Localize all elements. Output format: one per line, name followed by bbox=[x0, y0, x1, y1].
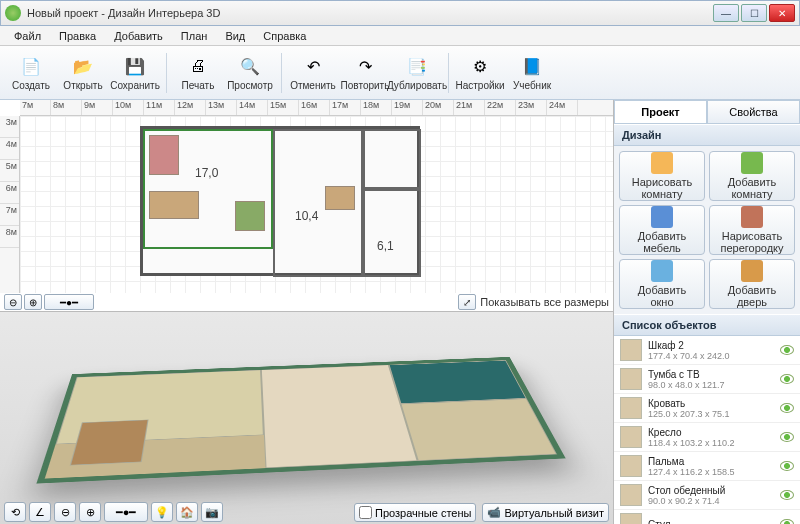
открыть-icon: 📂 bbox=[71, 54, 95, 78]
visibility-icon[interactable] bbox=[780, 490, 794, 500]
visibility-icon[interactable] bbox=[780, 374, 794, 384]
object-row[interactable]: Кровать125.0 x 207.3 x 75.1 bbox=[614, 394, 800, 423]
toolbar-label: Печать bbox=[182, 80, 215, 91]
menu-файл[interactable]: Файл bbox=[6, 28, 49, 44]
floorplan-outline[interactable]: 17,0 10,4 6,1 bbox=[140, 126, 420, 276]
transparent-walls-toggle[interactable]: Прозрачные стены bbox=[354, 503, 476, 522]
toolbar-separator bbox=[166, 53, 167, 93]
home-button[interactable]: 🏠 bbox=[176, 502, 198, 522]
design-button-5[interactable]: Добавить дверь bbox=[709, 259, 795, 309]
toolbar-label: Повторить bbox=[341, 80, 390, 91]
visibility-icon[interactable] bbox=[780, 432, 794, 442]
zoom-in-button[interactable]: ⊕ bbox=[24, 294, 42, 310]
zoom-slider[interactable]: ━●━ bbox=[44, 294, 94, 310]
toolbar-открыть-button[interactable]: 📂Открыть bbox=[58, 49, 108, 97]
object-name: Пальма bbox=[648, 456, 774, 467]
design-button-label: Нарисовать комнату bbox=[632, 176, 692, 200]
toolbar-label: Открыть bbox=[63, 80, 102, 91]
object-dims: 98.0 x 48.0 x 121.7 bbox=[648, 380, 774, 390]
maximize-button[interactable]: ☐ bbox=[741, 4, 767, 22]
show-sizes-label: Показывать все размеры bbox=[480, 296, 609, 308]
design-button-4[interactable]: Добавить окно bbox=[619, 259, 705, 309]
canvas-2d[interactable]: 17,0 10,4 6,1 bbox=[20, 116, 613, 293]
menu-добавить[interactable]: Добавить bbox=[106, 28, 171, 44]
room-1[interactable]: 17,0 bbox=[143, 129, 273, 249]
toolbar-отменить-button[interactable]: ↶Отменить bbox=[288, 49, 338, 97]
model-3d[interactable] bbox=[36, 357, 565, 484]
menu-правка[interactable]: Правка bbox=[51, 28, 104, 44]
window-title: Новый проект - Дизайн Интерьера 3D bbox=[27, 7, 713, 19]
object-row[interactable]: Стол обеденный90.0 x 90.2 x 71.4 bbox=[614, 481, 800, 510]
transparent-walls-label: Прозрачные стены bbox=[375, 507, 471, 519]
object-row[interactable]: Пальма127.4 x 116.2 x 158.5 bbox=[614, 452, 800, 481]
zoom-controls-2d: ⊖ ⊕ ━●━ bbox=[0, 293, 98, 311]
dimensions-icon: ⤢ bbox=[458, 294, 476, 310]
furniture[interactable] bbox=[325, 186, 355, 210]
zoom-in-3d-button[interactable]: ⊕ bbox=[79, 502, 101, 522]
toolbar-label: Дублировать bbox=[387, 80, 447, 91]
room-3[interactable]: 6,1 bbox=[363, 189, 421, 277]
toolbar-учебник-button[interactable]: 📘Учебник bbox=[507, 49, 557, 97]
toolbar-дублировать-button[interactable]: 📑Дублировать bbox=[392, 49, 442, 97]
design-button-label: Нарисовать перегородку bbox=[720, 230, 783, 254]
menu-справка[interactable]: Справка bbox=[255, 28, 314, 44]
furniture[interactable] bbox=[235, 201, 265, 231]
object-row[interactable]: Тумба с ТВ98.0 x 48.0 x 121.7 bbox=[614, 365, 800, 394]
zoom-out-button[interactable]: ⊖ bbox=[4, 294, 22, 310]
design-button-2[interactable]: Добавить мебель bbox=[619, 205, 705, 255]
furniture[interactable] bbox=[149, 191, 199, 219]
design-button-3[interactable]: Нарисовать перегородку bbox=[709, 205, 795, 255]
room-2[interactable]: 10,4 bbox=[273, 129, 363, 277]
visibility-icon[interactable] bbox=[780, 345, 794, 355]
печать-icon: 🖨 bbox=[186, 54, 210, 78]
toolbar-label: Отменить bbox=[290, 80, 336, 91]
app-icon bbox=[5, 5, 21, 21]
view-3d[interactable]: ⟲ ∠ ⊖ ⊕ ━●━ 💡 🏠 📷 Прозрачные стены 📹 Вир… bbox=[0, 312, 613, 524]
tab-project[interactable]: Проект bbox=[614, 100, 707, 123]
furniture[interactable] bbox=[149, 135, 179, 175]
design-button-1[interactable]: Добавить комнату bbox=[709, 151, 795, 201]
menu-вид[interactable]: Вид bbox=[217, 28, 253, 44]
camera-button[interactable]: 📷 bbox=[201, 502, 223, 522]
object-dims: 118.4 x 103.2 x 110.2 bbox=[648, 438, 774, 448]
zoom-slider-3d[interactable]: ━●━ bbox=[104, 502, 148, 522]
design-button-0[interactable]: Нарисовать комнату bbox=[619, 151, 705, 201]
toolbar-печать-button[interactable]: 🖨Печать bbox=[173, 49, 223, 97]
design-button-label: Добавить окно bbox=[638, 284, 687, 308]
design-icon bbox=[741, 260, 763, 282]
toolbar-настройки-button[interactable]: ⚙Настройки bbox=[455, 49, 505, 97]
object-row[interactable]: Шкаф 2177.4 x 70.4 x 242.0 bbox=[614, 336, 800, 365]
menu-план[interactable]: План bbox=[173, 28, 216, 44]
visibility-icon[interactable] bbox=[780, 519, 794, 524]
toolbar-создать-button[interactable]: 📄Создать bbox=[6, 49, 56, 97]
object-list[interactable]: Шкаф 2177.4 x 70.4 x 242.0Тумба с ТВ98.0… bbox=[614, 336, 800, 524]
toolbar-повторить-button[interactable]: ↷Повторить bbox=[340, 49, 390, 97]
light-button[interactable]: 💡 bbox=[151, 502, 173, 522]
show-sizes-toggle[interactable]: ⤢ Показывать все размеры bbox=[458, 293, 609, 311]
object-name: Стол обеденный bbox=[648, 485, 774, 496]
design-header: Дизайн bbox=[614, 124, 800, 146]
visibility-icon[interactable] bbox=[780, 403, 794, 413]
object-thumb bbox=[620, 484, 642, 506]
toolbar-просмотр-button[interactable]: 🔍Просмотр bbox=[225, 49, 275, 97]
room-3a[interactable] bbox=[363, 129, 421, 189]
toolbar-сохранить-button[interactable]: 💾Сохранить bbox=[110, 49, 160, 97]
virtual-visit-button[interactable]: 📹 Виртуальный визит bbox=[482, 503, 609, 522]
angle-button[interactable]: ∠ bbox=[29, 502, 51, 522]
object-row[interactable]: Стул bbox=[614, 510, 800, 524]
design-icon bbox=[741, 152, 763, 174]
сохранить-icon: 💾 bbox=[123, 54, 147, 78]
настройки-icon: ⚙ bbox=[468, 54, 492, 78]
object-dims: 125.0 x 207.3 x 75.1 bbox=[648, 409, 774, 419]
object-thumb bbox=[620, 455, 642, 477]
просмотр-icon: 🔍 bbox=[238, 54, 262, 78]
minimize-button[interactable]: — bbox=[713, 4, 739, 22]
transparent-walls-checkbox[interactable] bbox=[359, 506, 372, 519]
close-button[interactable]: ✕ bbox=[769, 4, 795, 22]
tab-properties[interactable]: Свойства bbox=[707, 100, 800, 123]
floorplan-2d[interactable]: 7м8м9м10м11м12м13м14м15м16м17м18м19м20м2… bbox=[0, 100, 613, 312]
zoom-out-3d-button[interactable]: ⊖ bbox=[54, 502, 76, 522]
rotate-left-button[interactable]: ⟲ bbox=[4, 502, 26, 522]
object-row[interactable]: Кресло118.4 x 103.2 x 110.2 bbox=[614, 423, 800, 452]
visibility-icon[interactable] bbox=[780, 461, 794, 471]
